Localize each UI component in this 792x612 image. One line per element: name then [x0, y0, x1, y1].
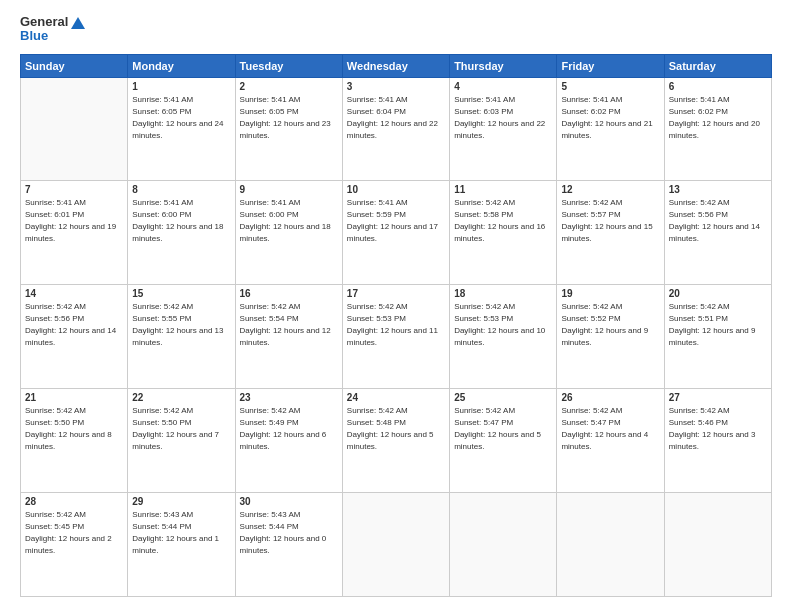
day-number: 11	[454, 184, 552, 195]
day-info: Sunrise: 5:41 AMSunset: 6:01 PMDaylight:…	[25, 197, 123, 245]
day-info: Sunrise: 5:42 AMSunset: 5:47 PMDaylight:…	[454, 405, 552, 453]
day-number: 4	[454, 81, 552, 92]
day-info: Sunrise: 5:41 AMSunset: 6:05 PMDaylight:…	[132, 94, 230, 142]
day-cell: 13Sunrise: 5:42 AMSunset: 5:56 PMDayligh…	[664, 181, 771, 285]
day-number: 25	[454, 392, 552, 403]
week-row-1: 1Sunrise: 5:41 AMSunset: 6:05 PMDaylight…	[21, 77, 772, 181]
day-number: 30	[240, 496, 338, 507]
day-cell: 3Sunrise: 5:41 AMSunset: 6:04 PMDaylight…	[342, 77, 449, 181]
day-cell: 29Sunrise: 5:43 AMSunset: 5:44 PMDayligh…	[128, 493, 235, 597]
day-number: 20	[669, 288, 767, 299]
week-row-4: 21Sunrise: 5:42 AMSunset: 5:50 PMDayligh…	[21, 389, 772, 493]
calendar-table: SundayMondayTuesdayWednesdayThursdayFrid…	[20, 54, 772, 597]
day-info: Sunrise: 5:41 AMSunset: 5:59 PMDaylight:…	[347, 197, 445, 245]
day-number: 14	[25, 288, 123, 299]
day-info: Sunrise: 5:41 AMSunset: 6:05 PMDaylight:…	[240, 94, 338, 142]
day-cell: 30Sunrise: 5:43 AMSunset: 5:44 PMDayligh…	[235, 493, 342, 597]
day-cell: 23Sunrise: 5:42 AMSunset: 5:49 PMDayligh…	[235, 389, 342, 493]
weekday-header-row: SundayMondayTuesdayWednesdayThursdayFrid…	[21, 54, 772, 77]
day-info: Sunrise: 5:42 AMSunset: 5:51 PMDaylight:…	[669, 301, 767, 349]
week-row-2: 7Sunrise: 5:41 AMSunset: 6:01 PMDaylight…	[21, 181, 772, 285]
day-info: Sunrise: 5:42 AMSunset: 5:46 PMDaylight:…	[669, 405, 767, 453]
day-number: 21	[25, 392, 123, 403]
day-info: Sunrise: 5:43 AMSunset: 5:44 PMDaylight:…	[240, 509, 338, 557]
day-number: 7	[25, 184, 123, 195]
day-number: 24	[347, 392, 445, 403]
day-number: 9	[240, 184, 338, 195]
day-info: Sunrise: 5:42 AMSunset: 5:57 PMDaylight:…	[561, 197, 659, 245]
weekday-header-monday: Monday	[128, 54, 235, 77]
day-cell: 8Sunrise: 5:41 AMSunset: 6:00 PMDaylight…	[128, 181, 235, 285]
day-number: 18	[454, 288, 552, 299]
day-number: 19	[561, 288, 659, 299]
header: General Blue	[20, 15, 772, 44]
day-number: 15	[132, 288, 230, 299]
day-cell: 7Sunrise: 5:41 AMSunset: 6:01 PMDaylight…	[21, 181, 128, 285]
weekday-header-saturday: Saturday	[664, 54, 771, 77]
weekday-header-sunday: Sunday	[21, 54, 128, 77]
day-number: 6	[669, 81, 767, 92]
day-cell: 12Sunrise: 5:42 AMSunset: 5:57 PMDayligh…	[557, 181, 664, 285]
week-row-3: 14Sunrise: 5:42 AMSunset: 5:56 PMDayligh…	[21, 285, 772, 389]
logo: General Blue	[20, 15, 85, 44]
day-number: 17	[347, 288, 445, 299]
day-cell	[342, 493, 449, 597]
day-info: Sunrise: 5:42 AMSunset: 5:53 PMDaylight:…	[347, 301, 445, 349]
day-cell: 27Sunrise: 5:42 AMSunset: 5:46 PMDayligh…	[664, 389, 771, 493]
day-cell	[557, 493, 664, 597]
day-number: 13	[669, 184, 767, 195]
day-cell: 28Sunrise: 5:42 AMSunset: 5:45 PMDayligh…	[21, 493, 128, 597]
day-number: 28	[25, 496, 123, 507]
day-cell: 11Sunrise: 5:42 AMSunset: 5:58 PMDayligh…	[450, 181, 557, 285]
day-info: Sunrise: 5:42 AMSunset: 5:47 PMDaylight:…	[561, 405, 659, 453]
day-info: Sunrise: 5:42 AMSunset: 5:50 PMDaylight:…	[132, 405, 230, 453]
day-number: 23	[240, 392, 338, 403]
day-info: Sunrise: 5:42 AMSunset: 5:48 PMDaylight:…	[347, 405, 445, 453]
day-cell: 10Sunrise: 5:41 AMSunset: 5:59 PMDayligh…	[342, 181, 449, 285]
day-info: Sunrise: 5:42 AMSunset: 5:55 PMDaylight:…	[132, 301, 230, 349]
day-cell: 18Sunrise: 5:42 AMSunset: 5:53 PMDayligh…	[450, 285, 557, 389]
day-cell: 20Sunrise: 5:42 AMSunset: 5:51 PMDayligh…	[664, 285, 771, 389]
day-info: Sunrise: 5:42 AMSunset: 5:49 PMDaylight:…	[240, 405, 338, 453]
day-number: 27	[669, 392, 767, 403]
day-info: Sunrise: 5:42 AMSunset: 5:54 PMDaylight:…	[240, 301, 338, 349]
day-number: 2	[240, 81, 338, 92]
day-cell: 19Sunrise: 5:42 AMSunset: 5:52 PMDayligh…	[557, 285, 664, 389]
day-cell: 16Sunrise: 5:42 AMSunset: 5:54 PMDayligh…	[235, 285, 342, 389]
day-info: Sunrise: 5:42 AMSunset: 5:50 PMDaylight:…	[25, 405, 123, 453]
day-cell	[21, 77, 128, 181]
logo-blue: Blue	[20, 29, 48, 43]
day-info: Sunrise: 5:42 AMSunset: 5:56 PMDaylight:…	[25, 301, 123, 349]
logo-general: General	[20, 15, 85, 29]
day-cell: 6Sunrise: 5:41 AMSunset: 6:02 PMDaylight…	[664, 77, 771, 181]
day-cell: 17Sunrise: 5:42 AMSunset: 5:53 PMDayligh…	[342, 285, 449, 389]
day-number: 8	[132, 184, 230, 195]
day-number: 22	[132, 392, 230, 403]
day-cell: 4Sunrise: 5:41 AMSunset: 6:03 PMDaylight…	[450, 77, 557, 181]
day-number: 3	[347, 81, 445, 92]
page: General Blue SundayMondayTuesdayWednesda…	[0, 0, 792, 612]
day-number: 1	[132, 81, 230, 92]
day-info: Sunrise: 5:43 AMSunset: 5:44 PMDaylight:…	[132, 509, 230, 557]
day-info: Sunrise: 5:41 AMSunset: 6:04 PMDaylight:…	[347, 94, 445, 142]
day-info: Sunrise: 5:41 AMSunset: 6:00 PMDaylight:…	[240, 197, 338, 245]
weekday-header-thursday: Thursday	[450, 54, 557, 77]
weekday-header-wednesday: Wednesday	[342, 54, 449, 77]
day-info: Sunrise: 5:41 AMSunset: 6:00 PMDaylight:…	[132, 197, 230, 245]
day-info: Sunrise: 5:41 AMSunset: 6:03 PMDaylight:…	[454, 94, 552, 142]
day-cell: 5Sunrise: 5:41 AMSunset: 6:02 PMDaylight…	[557, 77, 664, 181]
day-number: 26	[561, 392, 659, 403]
day-cell: 26Sunrise: 5:42 AMSunset: 5:47 PMDayligh…	[557, 389, 664, 493]
weekday-header-friday: Friday	[557, 54, 664, 77]
day-cell: 1Sunrise: 5:41 AMSunset: 6:05 PMDaylight…	[128, 77, 235, 181]
day-cell: 22Sunrise: 5:42 AMSunset: 5:50 PMDayligh…	[128, 389, 235, 493]
weekday-header-tuesday: Tuesday	[235, 54, 342, 77]
week-row-5: 28Sunrise: 5:42 AMSunset: 5:45 PMDayligh…	[21, 493, 772, 597]
day-info: Sunrise: 5:42 AMSunset: 5:58 PMDaylight:…	[454, 197, 552, 245]
day-info: Sunrise: 5:41 AMSunset: 6:02 PMDaylight:…	[669, 94, 767, 142]
day-cell: 24Sunrise: 5:42 AMSunset: 5:48 PMDayligh…	[342, 389, 449, 493]
day-number: 12	[561, 184, 659, 195]
day-info: Sunrise: 5:42 AMSunset: 5:52 PMDaylight:…	[561, 301, 659, 349]
day-number: 29	[132, 496, 230, 507]
day-cell: 21Sunrise: 5:42 AMSunset: 5:50 PMDayligh…	[21, 389, 128, 493]
